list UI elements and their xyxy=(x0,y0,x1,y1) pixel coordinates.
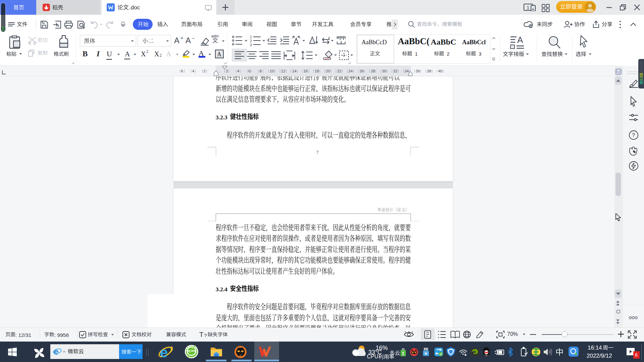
svg-text:?: ? xyxy=(632,132,635,138)
svg-text:e: e xyxy=(160,345,168,359)
svg-text:3: 3 xyxy=(250,43,252,46)
svg-text:1: 1 xyxy=(250,35,252,39)
svg-text:A: A xyxy=(217,51,221,58)
svg-text:2: 2 xyxy=(250,39,252,43)
svg-text:K: K xyxy=(240,355,241,357)
svg-text:e: e xyxy=(54,347,58,356)
svg-text:A: A xyxy=(517,36,523,45)
svg-text:1: 1 xyxy=(527,5,529,10)
